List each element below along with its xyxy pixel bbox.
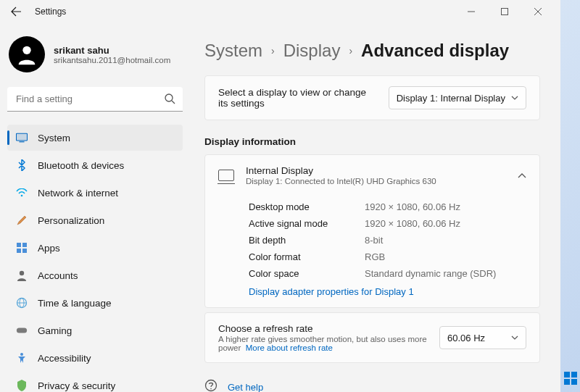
- sidebar-item-label: Privacy & security: [38, 380, 115, 391]
- info-row: Desktop mode1920 × 1080, 60.06 Hz: [249, 199, 526, 215]
- dropdown-value: Display 1: Internal Display: [397, 93, 505, 104]
- chevron-down-icon: [511, 96, 518, 100]
- sidebar-item-personalization[interactable]: Personalization: [7, 207, 183, 233]
- refresh-rate-title: Choose a refresh rate: [218, 323, 428, 334]
- bluetooth-icon: [16, 159, 28, 171]
- sidebar-item-label: System: [38, 133, 70, 143]
- refresh-rate-dropdown[interactable]: 60.06 Hz: [439, 326, 526, 349]
- info-row: Color formatRGB: [249, 249, 526, 265]
- window-title: Settings: [35, 7, 66, 17]
- svg-point-19: [210, 388, 212, 389]
- sidebar-item-accounts[interactable]: Accounts: [7, 262, 183, 288]
- more-refresh-link[interactable]: More about refresh rate: [246, 343, 333, 352]
- svg-rect-5: [16, 133, 27, 141]
- svg-point-7: [21, 195, 23, 197]
- svg-rect-1: [502, 9, 508, 15]
- display-info-header-row[interactable]: Internal Display Display 1: Connected to…: [205, 155, 539, 196]
- select-display-description: Select a display to view or change its s…: [218, 87, 377, 109]
- sidebar-item-label: Accounts: [38, 270, 78, 281]
- sidebar-item-label: Gaming: [38, 325, 72, 336]
- svg-rect-22: [564, 379, 570, 385]
- svg-rect-20: [564, 372, 570, 378]
- chevron-right-icon: ›: [349, 45, 352, 57]
- search-icon: [164, 93, 175, 104]
- wifi-icon: [16, 187, 28, 199]
- titlebar: Settings: [0, 0, 560, 23]
- svg-rect-8: [17, 243, 21, 247]
- maximize-button[interactable]: [488, 0, 521, 23]
- display-info-body: Desktop mode1920 × 1080, 60.06 Hz Active…: [205, 196, 539, 307]
- svg-rect-9: [22, 243, 27, 247]
- display-info-header: Display information: [204, 136, 540, 147]
- svg-point-3: [165, 94, 173, 101]
- system-icon: [16, 132, 28, 143]
- svg-point-12: [20, 271, 24, 275]
- sidebar-item-bluetooth[interactable]: Bluetooth & devices: [7, 152, 183, 178]
- info-row: Color spaceStandard dynamic range (SDR): [249, 265, 526, 282]
- help-icon: [204, 379, 218, 392]
- sidebar-item-apps[interactable]: Apps: [7, 235, 183, 261]
- globe-clock-icon: [16, 297, 28, 309]
- sidebar-item-gaming[interactable]: Gaming: [7, 317, 183, 343]
- apps-icon: [16, 242, 28, 254]
- svg-rect-21: [571, 372, 577, 378]
- paintbrush-icon: [16, 214, 28, 226]
- profile-email: srikantsahu.2011@hotmail.com: [54, 56, 170, 64]
- windows-logo-icon: [564, 372, 577, 385]
- get-help-row[interactable]: Get help: [204, 378, 540, 392]
- chevron-up-icon: [518, 173, 526, 178]
- sidebar-item-accessibility[interactable]: Accessibility: [7, 345, 183, 371]
- sidebar-item-label: Network & internet: [38, 188, 118, 199]
- display-name: Internal Display: [246, 165, 506, 176]
- refresh-rate-card: Choose a refresh rate A higher rate give…: [204, 312, 540, 363]
- svg-point-17: [20, 353, 23, 356]
- desktop-edge: [560, 0, 580, 392]
- breadcrumb: System › Display › Advanced display: [204, 41, 540, 61]
- sidebar-item-privacy[interactable]: Privacy & security: [7, 372, 183, 392]
- chevron-down-icon: [511, 335, 518, 340]
- avatar: [9, 36, 45, 72]
- breadcrumb-system[interactable]: System: [204, 41, 262, 61]
- get-help-link[interactable]: Get help: [228, 382, 263, 392]
- profile-name: srikant sahu: [54, 45, 170, 56]
- sidebar: srikant sahu srikantsahu.2011@hotmail.co…: [0, 23, 188, 392]
- sidebar-item-label: Apps: [38, 243, 60, 254]
- person-icon: [16, 270, 28, 281]
- dropdown-value: 60.06 Hz: [447, 333, 485, 343]
- svg-rect-16: [17, 328, 27, 333]
- nav-list: System Bluetooth & devices Network & int…: [7, 125, 183, 392]
- search-input[interactable]: [7, 87, 183, 112]
- shield-icon: [16, 380, 28, 391]
- close-button[interactable]: [521, 0, 555, 23]
- search-container: [7, 87, 183, 112]
- window-controls: [455, 0, 555, 23]
- svg-line-4: [172, 101, 175, 104]
- breadcrumb-display[interactable]: Display: [283, 41, 341, 61]
- back-arrow-icon: [10, 6, 22, 17]
- sidebar-item-label: Bluetooth & devices: [38, 160, 124, 171]
- sidebar-item-system[interactable]: System: [7, 125, 183, 151]
- chevron-right-icon: ›: [271, 45, 275, 57]
- sidebar-item-label: Time & language: [38, 298, 112, 309]
- sidebar-item-label: Personalization: [38, 215, 104, 226]
- display-info-expander: Internal Display Display 1: Connected to…: [204, 154, 540, 308]
- minimize-button[interactable]: [455, 0, 488, 23]
- breadcrumb-current: Advanced display: [361, 41, 509, 61]
- svg-rect-23: [571, 379, 577, 385]
- sidebar-item-label: Accessibility: [38, 353, 91, 364]
- display-select-dropdown[interactable]: Display 1: Internal Display: [389, 86, 526, 109]
- person-icon: [14, 42, 39, 67]
- accessibility-icon: [16, 352, 28, 364]
- monitor-icon: [218, 170, 234, 181]
- adapter-properties-link[interactable]: Display adapter properties for Display 1: [249, 286, 414, 297]
- svg-rect-10: [17, 249, 21, 253]
- svg-point-2: [22, 46, 30, 54]
- select-display-card: Select a display to view or change its s…: [204, 75, 540, 120]
- main-content: System › Display › Advanced display Sele…: [188, 23, 560, 392]
- sidebar-item-time-language[interactable]: Time & language: [7, 290, 183, 316]
- profile[interactable]: srikant sahu srikantsahu.2011@hotmail.co…: [7, 23, 183, 87]
- sidebar-item-network[interactable]: Network & internet: [7, 180, 183, 206]
- display-connection: Display 1: Connected to Intel(R) UHD Gra…: [246, 177, 506, 185]
- svg-rect-11: [22, 249, 27, 253]
- back-button[interactable]: [6, 1, 26, 22]
